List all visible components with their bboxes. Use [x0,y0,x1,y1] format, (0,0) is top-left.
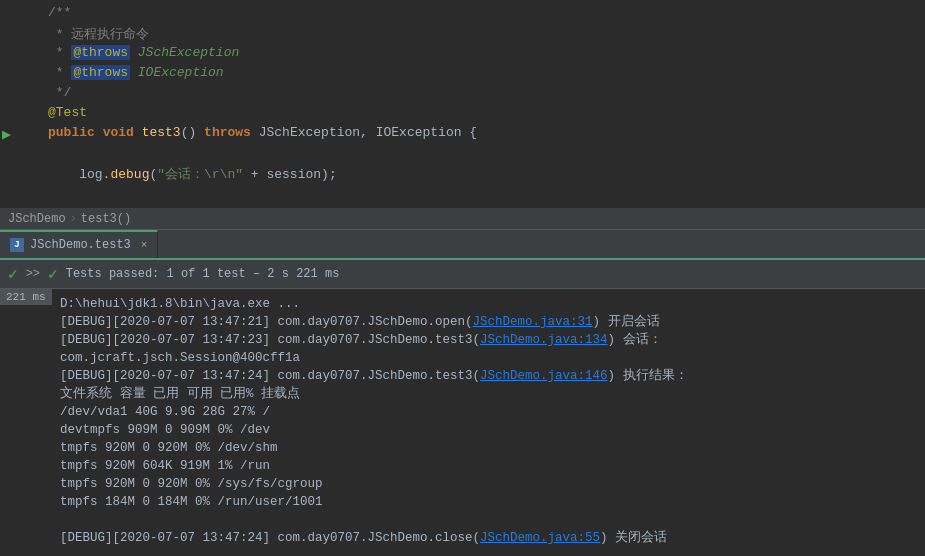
code-line: log.debug("会话：\r\n" + session); [0,164,925,184]
console-line: [DEBUG][2020-07-07 13:47:24] com.day0707… [60,529,917,547]
console-content: D:\hehui\jdk1.8\bin\java.exe ... [DEBUG]… [0,289,925,556]
code-line: */ [0,84,925,104]
tab-bar: J JSchDemo.test3 × [0,230,925,260]
line-content: * @throws JSchException [40,45,925,60]
console-line [60,511,917,529]
console-text: 文件系统 容量 已用 可用 已用% 挂载点 [60,385,300,403]
console-text: tmpfs 920M 0 920M 0% /sys/fs/cgroup [60,475,323,493]
console-line: tmpfs 920M 604K 919M 1% /run [60,457,917,475]
run-gutter-icon[interactable]: ▶ [2,125,11,144]
line-content: * @throws IOException [40,65,925,80]
code-line: @Test [0,104,925,124]
console-line: [DEBUG][2020-07-07 13:47:21] com.day0707… [60,313,917,331]
test-pass-icon: ✓ [8,264,18,284]
breadcrumb-bar: JSchDemo › test3() [0,209,925,230]
breadcrumb-class[interactable]: JSchDemo [8,212,66,226]
line-content: */ [40,85,925,100]
test-pass-icon2: ✓ [48,264,58,284]
code-line: * @throws JSchException [0,44,925,64]
console-line: /dev/vda1 40G 9.9G 28G 27% / [60,403,917,421]
time-badge: 221 ms [0,289,52,305]
console-line: tmpfs 920M 0 920M 0% /sys/fs/cgroup [60,475,917,493]
console-text: D:\hehui\jdk1.8\bin\java.exe ... [60,295,300,313]
breadcrumb-separator: › [70,212,77,226]
run-arrows-icon[interactable]: >> [26,267,40,281]
line-content: * 远程执行命令 [40,25,925,43]
code-line: * @throws IOException [0,64,925,84]
console-link[interactable]: JSchDemo.java:55 [480,529,600,547]
console-area: 221 ms D:\hehui\jdk1.8\bin\java.exe ... … [0,289,925,556]
console-text: devtmpfs 909M 0 909M 0% /dev [60,421,270,439]
breadcrumb-method[interactable]: test3() [81,212,131,226]
console-text: ) 会话： [608,331,662,349]
code-line: ▶ public void test3() throws JSchExcepti… [0,124,925,144]
tab-label: JSchDemo.test3 [30,238,131,252]
console-line: [DEBUG][2020-07-07 13:47:24] com.day0707… [60,367,917,385]
line-content [40,185,925,200]
console-line: com.jcraft.jsch.Session@400cff1a [60,349,917,367]
console-line: D:\hehui\jdk1.8\bin\java.exe ... [60,295,917,313]
console-text: ) 开启会话 [593,313,660,331]
console-line: [DEBUG][2020-07-07 13:47:23] com.day0707… [60,331,917,349]
console-text: tmpfs 920M 0 920M 0% /dev/shm [60,439,278,457]
console-text: [DEBUG][2020-07-07 13:47:24] com.day0707… [60,367,480,385]
run-bar: ✓ >> ✓ Tests passed: 1 of 1 test – 2 s 2… [0,260,925,289]
console-link[interactable]: JSchDemo.java:134 [480,331,608,349]
console-link[interactable]: JSchDemo.java:31 [473,313,593,331]
console-text: ) 执行结果： [608,367,688,385]
console-line: tmpfs 920M 0 920M 0% /dev/shm [60,439,917,457]
tab-close-button[interactable]: × [141,239,148,251]
line-content: log.debug("会话：\r\n" + session); [40,165,925,183]
line-content [40,145,925,160]
console-text: tmpfs 920M 604K 919M 1% /run [60,457,270,475]
console-line: devtmpfs 909M 0 909M 0% /dev [60,421,917,439]
line-content: @Test [40,105,925,120]
run-status-text: Tests passed: 1 of 1 test – 2 s 221 ms [66,267,340,281]
tab-jschdemo-test3[interactable]: J JSchDemo.test3 × [0,230,158,258]
console-text: ) 关闭会话 [600,529,667,547]
code-editor: /** * 远程执行命令 * @throws JSchException * @… [0,0,925,209]
console-text: [DEBUG][2020-07-07 13:47:23] com.day0707… [60,331,480,349]
console-text: [DEBUG][2020-07-07 13:47:24] com.day0707… [60,529,480,547]
code-line: * 远程执行命令 [0,24,925,44]
console-text: com.jcraft.jsch.Session@400cff1a [60,349,300,367]
console-text: /dev/vda1 40G 9.9G 28G 27% / [60,403,270,421]
ide-window: /** * 远程执行命令 * @throws JSchException * @… [0,0,925,556]
line-content: public void test3() throws JSchException… [40,125,925,140]
code-line [0,144,925,164]
console-text: tmpfs 184M 0 184M 0% /run/user/1001 [60,493,323,511]
code-line: /** [0,4,925,24]
console-link[interactable]: JSchDemo.java:146 [480,367,608,385]
line-content: /** [40,5,925,20]
console-text: [DEBUG][2020-07-07 13:47:21] com.day0707… [60,313,473,331]
tab-file-icon: J [10,238,24,252]
code-line [0,184,925,204]
console-line: tmpfs 184M 0 184M 0% /run/user/1001 [60,493,917,511]
console-line: 文件系统 容量 已用 可用 已用% 挂载点 [60,385,917,403]
